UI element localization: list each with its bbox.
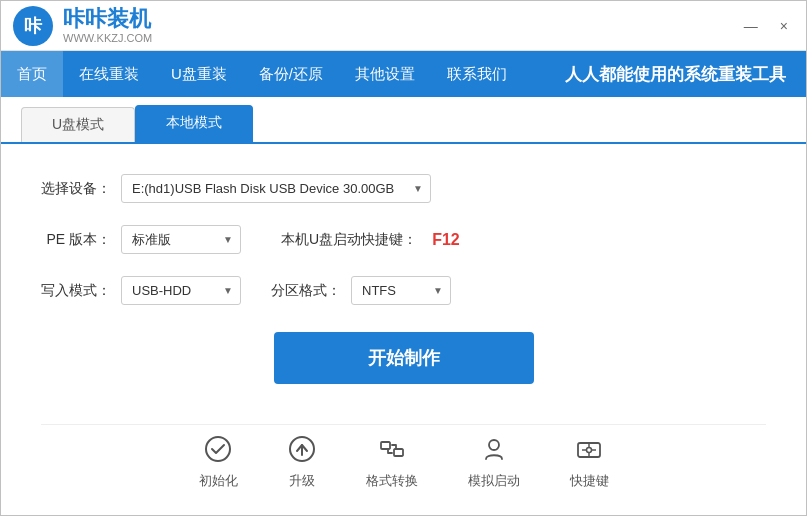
minimize-button[interactable]: — bbox=[738, 16, 764, 36]
app-url: WWW.KKZJ.COM bbox=[63, 32, 152, 44]
svg-point-0 bbox=[206, 437, 230, 461]
device-select-wrapper[interactable]: E:(hd1)USB Flash Disk USB Device 30.00GB bbox=[121, 174, 431, 203]
main-window: 咔 咔咔装机 WWW.KKZJ.COM — × 首页 在线重装 U盘重装 备份/… bbox=[0, 0, 807, 516]
title-bar: 咔 咔咔装机 WWW.KKZJ.COM — × bbox=[1, 1, 806, 51]
tab-usb-mode[interactable]: U盘模式 bbox=[21, 107, 135, 142]
upload-icon bbox=[288, 435, 316, 467]
tab-local-mode[interactable]: 本地模式 bbox=[135, 105, 253, 142]
pe-row: PE 版本： 标准版 本机U盘启动快捷键： F12 bbox=[41, 225, 766, 254]
bottom-tools: 初始化 升级 bbox=[41, 424, 766, 505]
nav-item-online[interactable]: 在线重装 bbox=[63, 51, 155, 97]
nav-item-backup[interactable]: 备份/还原 bbox=[243, 51, 339, 97]
device-row: 选择设备： E:(hd1)USB Flash Disk USB Device 3… bbox=[41, 174, 766, 203]
tool-shortcut[interactable]: 快捷键 bbox=[570, 435, 609, 490]
tool-initialize-label: 初始化 bbox=[199, 472, 238, 490]
main-content: 选择设备： E:(hd1)USB Flash Disk USB Device 3… bbox=[1, 144, 806, 515]
pe-select-wrapper[interactable]: 标准版 bbox=[121, 225, 241, 254]
device-select[interactable]: E:(hd1)USB Flash Disk USB Device 30.00GB bbox=[121, 174, 431, 203]
partition-select[interactable]: NTFS bbox=[351, 276, 451, 305]
tool-initialize[interactable]: 初始化 bbox=[199, 435, 238, 490]
nav-item-settings[interactable]: 其他设置 bbox=[339, 51, 431, 97]
svg-point-5 bbox=[489, 440, 499, 450]
tool-simulate-boot-label: 模拟启动 bbox=[468, 472, 520, 490]
tool-format-convert-label: 格式转换 bbox=[366, 472, 418, 490]
close-button[interactable]: × bbox=[774, 16, 794, 36]
svg-rect-4 bbox=[394, 449, 403, 456]
tool-format-convert[interactable]: 格式转换 bbox=[366, 435, 418, 490]
partition-label: 分区格式： bbox=[271, 282, 341, 300]
nav-item-usb[interactable]: U盘重装 bbox=[155, 51, 243, 97]
nav-slogan: 人人都能使用的系统重装工具 bbox=[565, 63, 806, 86]
pe-label: PE 版本： bbox=[41, 231, 111, 249]
tool-shortcut-label: 快捷键 bbox=[570, 472, 609, 490]
hotkey-value: F12 bbox=[432, 231, 460, 249]
device-label: 选择设备： bbox=[41, 180, 111, 198]
nav-bar: 首页 在线重装 U盘重装 备份/还原 其他设置 联系我们 人人都能使用的系统重装… bbox=[1, 51, 806, 97]
svg-rect-3 bbox=[381, 442, 390, 449]
app-title: 咔咔装机 bbox=[63, 7, 152, 31]
write-label: 写入模式： bbox=[41, 282, 111, 300]
tool-simulate-boot[interactable]: 模拟启动 bbox=[468, 435, 520, 490]
format-convert-icon bbox=[378, 435, 406, 467]
start-button[interactable]: 开始制作 bbox=[274, 332, 534, 384]
pe-select[interactable]: 标准版 bbox=[121, 225, 241, 254]
nav-item-contact[interactable]: 联系我们 bbox=[431, 51, 523, 97]
simulate-boot-icon bbox=[480, 435, 508, 467]
tool-upgrade[interactable]: 升级 bbox=[288, 435, 316, 490]
hotkey-label: 本机U盘启动快捷键： bbox=[281, 231, 417, 249]
write-row: 写入模式： USB-HDD 分区格式： NTFS bbox=[41, 276, 766, 305]
shortcut-key-icon bbox=[575, 435, 603, 467]
tab-area: U盘模式 本地模式 bbox=[1, 97, 806, 144]
write-select-wrapper[interactable]: USB-HDD bbox=[121, 276, 241, 305]
nav-item-home[interactable]: 首页 bbox=[1, 51, 63, 97]
check-circle-icon bbox=[204, 435, 232, 467]
window-controls: — × bbox=[738, 16, 794, 36]
partition-select-wrapper[interactable]: NTFS bbox=[351, 276, 451, 305]
write-select[interactable]: USB-HDD bbox=[121, 276, 241, 305]
svg-point-7 bbox=[587, 448, 592, 453]
app-logo: 咔 bbox=[13, 6, 53, 46]
tool-upgrade-label: 升级 bbox=[289, 472, 315, 490]
logo-char: 咔 bbox=[24, 14, 42, 38]
title-text: 咔咔装机 WWW.KKZJ.COM bbox=[63, 7, 152, 43]
